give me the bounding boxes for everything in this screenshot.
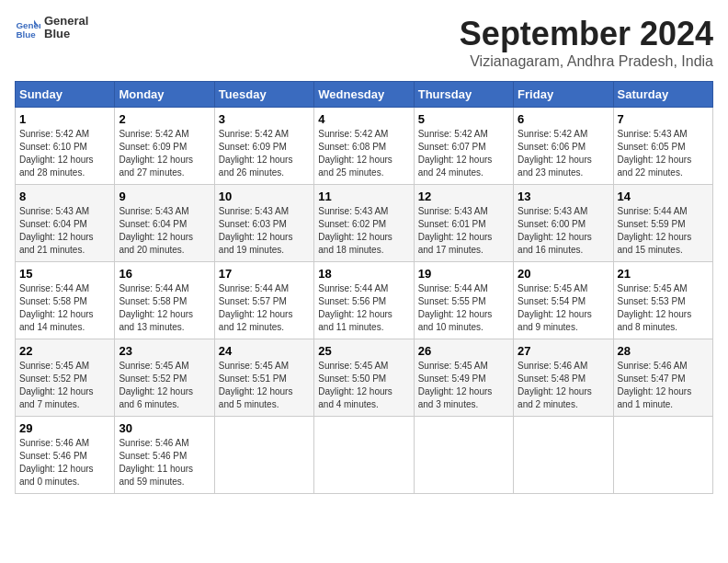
calendar-day-7: 7Sunrise: 5:43 AM Sunset: 6:05 PM Daylig… xyxy=(613,108,712,185)
day-number: 20 xyxy=(518,267,609,281)
day-number: 14 xyxy=(618,190,709,203)
day-number: 25 xyxy=(318,344,409,358)
day-info: Sunrise: 5:44 AM Sunset: 5:58 PM Dayligh… xyxy=(19,282,110,334)
calendar-day-1: 1Sunrise: 5:42 AM Sunset: 6:10 PM Daylig… xyxy=(16,108,115,185)
day-info: Sunrise: 5:43 AM Sunset: 6:02 PM Dayligh… xyxy=(318,205,409,257)
day-number: 4 xyxy=(318,112,409,126)
calendar-day-empty xyxy=(514,417,613,494)
calendar-day-23: 23Sunrise: 5:45 AM Sunset: 5:52 PM Dayli… xyxy=(115,339,214,417)
day-number: 1 xyxy=(19,112,110,126)
calendar-day-14: 14Sunrise: 5:44 AM Sunset: 5:59 PM Dayli… xyxy=(613,185,712,262)
calendar-week-row: 29Sunrise: 5:46 AM Sunset: 5:46 PM Dayli… xyxy=(16,417,713,494)
day-number: 23 xyxy=(119,344,210,358)
day-number: 8 xyxy=(19,190,110,203)
calendar-day-18: 18Sunrise: 5:44 AM Sunset: 5:56 PM Dayli… xyxy=(314,262,414,339)
column-header-sunday: Sunday xyxy=(16,82,115,108)
day-number: 28 xyxy=(618,344,709,358)
calendar-day-empty xyxy=(314,417,414,494)
column-header-monday: Monday xyxy=(115,82,214,108)
calendar-day-2: 2Sunrise: 5:42 AM Sunset: 6:09 PM Daylig… xyxy=(115,108,214,185)
day-info: Sunrise: 5:44 AM Sunset: 5:57 PM Dayligh… xyxy=(219,282,310,334)
day-number: 7 xyxy=(618,112,709,126)
calendar-day-empty xyxy=(414,417,513,494)
calendar-day-17: 17Sunrise: 5:44 AM Sunset: 5:57 PM Dayli… xyxy=(214,262,313,339)
day-info: Sunrise: 5:46 AM Sunset: 5:46 PM Dayligh… xyxy=(119,437,210,488)
day-number: 30 xyxy=(119,421,210,435)
day-number: 12 xyxy=(418,190,509,203)
calendar-day-22: 22Sunrise: 5:45 AM Sunset: 5:52 PM Dayli… xyxy=(16,339,115,417)
logo: General Blue General Blue xyxy=(15,15,88,41)
day-info: Sunrise: 5:45 AM Sunset: 5:54 PM Dayligh… xyxy=(518,282,609,334)
calendar-day-10: 10Sunrise: 5:43 AM Sunset: 6:03 PM Dayli… xyxy=(214,185,313,262)
logo-line1: General xyxy=(44,15,88,28)
day-number: 13 xyxy=(518,190,609,203)
calendar-day-empty xyxy=(214,417,313,494)
day-number: 5 xyxy=(418,112,509,126)
calendar-week-row: 8Sunrise: 5:43 AM Sunset: 6:04 PM Daylig… xyxy=(16,185,713,262)
day-number: 24 xyxy=(219,344,310,358)
day-number: 22 xyxy=(19,344,110,358)
day-number: 18 xyxy=(318,267,409,281)
calendar-day-12: 12Sunrise: 5:43 AM Sunset: 6:01 PM Dayli… xyxy=(414,185,513,262)
day-info: Sunrise: 5:42 AM Sunset: 6:06 PM Dayligh… xyxy=(518,128,609,179)
day-info: Sunrise: 5:42 AM Sunset: 6:09 PM Dayligh… xyxy=(119,128,210,179)
day-info: Sunrise: 5:45 AM Sunset: 5:52 PM Dayligh… xyxy=(19,360,110,411)
calendar-day-11: 11Sunrise: 5:43 AM Sunset: 6:02 PM Dayli… xyxy=(314,185,414,262)
day-info: Sunrise: 5:43 AM Sunset: 6:00 PM Dayligh… xyxy=(518,205,609,257)
calendar-day-29: 29Sunrise: 5:46 AM Sunset: 5:46 PM Dayli… xyxy=(16,417,115,494)
day-number: 15 xyxy=(19,267,110,281)
day-number: 6 xyxy=(518,112,609,126)
day-info: Sunrise: 5:45 AM Sunset: 5:50 PM Dayligh… xyxy=(318,360,409,411)
day-number: 17 xyxy=(219,267,310,281)
day-number: 21 xyxy=(618,267,709,281)
calendar-title: September 2024 xyxy=(460,15,713,53)
calendar-subtitle: Vizianagaram, Andhra Pradesh, India xyxy=(460,53,713,70)
calendar-day-9: 9Sunrise: 5:43 AM Sunset: 6:04 PM Daylig… xyxy=(115,185,214,262)
calendar-day-3: 3Sunrise: 5:42 AM Sunset: 6:09 PM Daylig… xyxy=(214,108,313,185)
svg-text:Blue: Blue xyxy=(16,29,36,40)
page-header: General Blue General Blue September 2024… xyxy=(15,15,713,70)
day-info: Sunrise: 5:43 AM Sunset: 6:05 PM Dayligh… xyxy=(618,128,709,179)
day-info: Sunrise: 5:45 AM Sunset: 5:51 PM Dayligh… xyxy=(219,360,310,411)
day-number: 2 xyxy=(119,112,210,126)
day-info: Sunrise: 5:43 AM Sunset: 6:01 PM Dayligh… xyxy=(418,205,509,257)
calendar-day-28: 28Sunrise: 5:46 AM Sunset: 5:47 PM Dayli… xyxy=(613,339,712,417)
column-header-saturday: Saturday xyxy=(613,82,712,108)
calendar-day-8: 8Sunrise: 5:43 AM Sunset: 6:04 PM Daylig… xyxy=(16,185,115,262)
day-number: 3 xyxy=(219,112,310,126)
calendar-day-25: 25Sunrise: 5:45 AM Sunset: 5:50 PM Dayli… xyxy=(314,339,414,417)
day-info: Sunrise: 5:46 AM Sunset: 5:48 PM Dayligh… xyxy=(518,360,609,411)
day-number: 29 xyxy=(19,421,110,435)
calendar-day-13: 13Sunrise: 5:43 AM Sunset: 6:00 PM Dayli… xyxy=(514,185,613,262)
calendar-day-5: 5Sunrise: 5:42 AM Sunset: 6:07 PM Daylig… xyxy=(414,108,513,185)
calendar-table: SundayMondayTuesdayWednesdayThursdayFrid… xyxy=(15,81,713,494)
day-info: Sunrise: 5:44 AM Sunset: 5:55 PM Dayligh… xyxy=(418,282,509,334)
calendar-day-6: 6Sunrise: 5:42 AM Sunset: 6:06 PM Daylig… xyxy=(514,108,613,185)
day-number: 27 xyxy=(518,344,609,358)
day-info: Sunrise: 5:45 AM Sunset: 5:53 PM Dayligh… xyxy=(618,282,709,334)
calendar-day-20: 20Sunrise: 5:45 AM Sunset: 5:54 PM Dayli… xyxy=(514,262,613,339)
calendar-day-empty xyxy=(613,417,712,494)
column-header-wednesday: Wednesday xyxy=(314,82,414,108)
calendar-day-19: 19Sunrise: 5:44 AM Sunset: 5:55 PM Dayli… xyxy=(414,262,513,339)
calendar-day-21: 21Sunrise: 5:45 AM Sunset: 5:53 PM Dayli… xyxy=(613,262,712,339)
logo-line2: Blue xyxy=(44,28,88,40)
calendar-week-row: 15Sunrise: 5:44 AM Sunset: 5:58 PM Dayli… xyxy=(16,262,713,339)
column-header-thursday: Thursday xyxy=(414,82,513,108)
day-info: Sunrise: 5:46 AM Sunset: 5:47 PM Dayligh… xyxy=(618,360,709,411)
calendar-header-row: SundayMondayTuesdayWednesdayThursdayFrid… xyxy=(16,82,713,108)
day-info: Sunrise: 5:42 AM Sunset: 6:10 PM Dayligh… xyxy=(19,128,110,179)
calendar-day-27: 27Sunrise: 5:46 AM Sunset: 5:48 PM Dayli… xyxy=(514,339,613,417)
calendar-day-26: 26Sunrise: 5:45 AM Sunset: 5:49 PM Dayli… xyxy=(414,339,513,417)
calendar-day-4: 4Sunrise: 5:42 AM Sunset: 6:08 PM Daylig… xyxy=(314,108,414,185)
title-section: September 2024 Vizianagaram, Andhra Prad… xyxy=(460,15,713,70)
day-info: Sunrise: 5:43 AM Sunset: 6:03 PM Dayligh… xyxy=(219,205,310,257)
day-number: 11 xyxy=(318,190,409,203)
calendar-day-16: 16Sunrise: 5:44 AM Sunset: 5:58 PM Dayli… xyxy=(115,262,214,339)
day-info: Sunrise: 5:42 AM Sunset: 6:08 PM Dayligh… xyxy=(318,128,409,179)
day-number: 9 xyxy=(119,190,210,203)
calendar-week-row: 1Sunrise: 5:42 AM Sunset: 6:10 PM Daylig… xyxy=(16,108,713,185)
calendar-day-30: 30Sunrise: 5:46 AM Sunset: 5:46 PM Dayli… xyxy=(115,417,214,494)
day-info: Sunrise: 5:42 AM Sunset: 6:07 PM Dayligh… xyxy=(418,128,509,179)
calendar-day-24: 24Sunrise: 5:45 AM Sunset: 5:51 PM Dayli… xyxy=(214,339,313,417)
